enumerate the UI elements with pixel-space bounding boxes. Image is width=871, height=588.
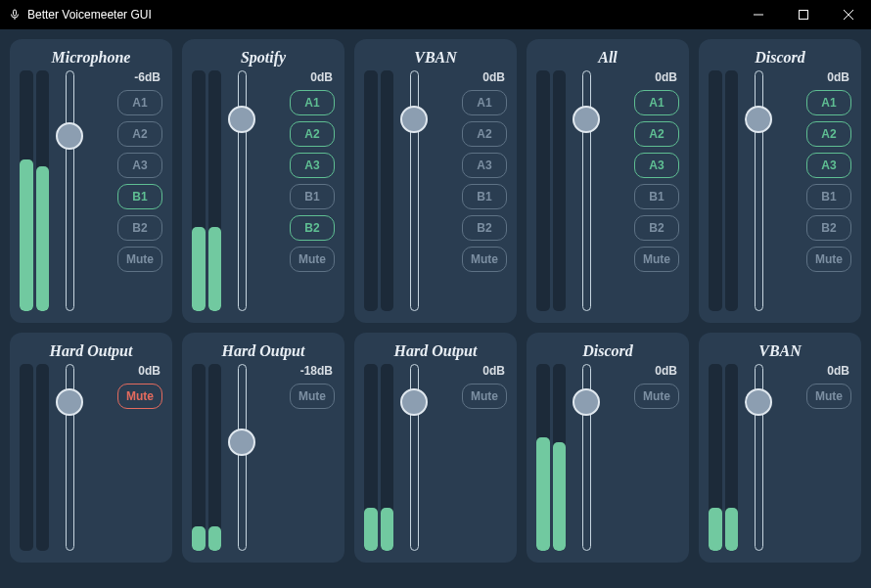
gain-readout: -18dB	[262, 364, 335, 378]
channel-title: Hard Output	[364, 342, 507, 360]
route-b1-button[interactable]: B1	[806, 184, 851, 209]
mute-button[interactable]: Mute	[117, 384, 162, 409]
route-b1-button[interactable]: B1	[462, 184, 507, 209]
route-a2-button[interactable]: A2	[462, 121, 507, 147]
route-a3-button[interactable]: A3	[462, 153, 507, 178]
level-meter	[192, 364, 221, 551]
close-button[interactable]	[826, 0, 871, 29]
gain-readout: 0dB	[262, 70, 335, 84]
channel-grid: Microphone -6dB A1 A2 A3 B1 B2 Mute Spot…	[10, 39, 861, 563]
level-meter	[20, 70, 49, 311]
minimize-button[interactable]	[736, 0, 781, 29]
route-b1-button[interactable]: B1	[634, 184, 679, 209]
output-channel-hard-out-3: Hard Output 0dB Mute	[354, 333, 517, 563]
svg-rect-3	[800, 11, 808, 20]
input-channel-all: All 0dB A1 A2 A3 B1 B2 Mute	[527, 39, 689, 323]
channel-title: VBAN	[709, 342, 851, 360]
gain-readout: 0dB	[779, 364, 851, 378]
channel-title: Hard Output	[20, 342, 162, 360]
mute-button[interactable]: Mute	[290, 384, 335, 409]
gain-slider[interactable]	[572, 364, 601, 551]
gain-slider[interactable]	[744, 364, 773, 551]
channel-title: Spotify	[192, 49, 335, 67]
gain-slider[interactable]	[399, 70, 429, 311]
gain-slider[interactable]	[55, 70, 84, 311]
route-b2-button[interactable]: B2	[290, 215, 335, 241]
gain-slider[interactable]	[572, 70, 601, 311]
level-meter	[20, 364, 49, 551]
level-meter	[364, 70, 393, 311]
level-meter	[364, 364, 393, 551]
titlebar: Better Voicemeeter GUI	[0, 0, 871, 29]
mute-button[interactable]: Mute	[462, 247, 507, 272]
gain-readout: -6dB	[90, 70, 162, 84]
route-b2-button[interactable]: B2	[117, 215, 162, 241]
route-b2-button[interactable]: B2	[806, 215, 851, 241]
channel-title: Discord	[536, 342, 679, 360]
input-channel-discord-in: Discord 0dB A1 A2 A3 B1 B2 Mute	[699, 39, 861, 323]
route-a3-button[interactable]: A3	[806, 153, 851, 178]
gain-slider[interactable]	[744, 70, 773, 311]
channel-title: Hard Output	[192, 342, 335, 360]
route-a1-button[interactable]: A1	[634, 90, 679, 115]
gain-readout: 0dB	[90, 364, 162, 378]
channel-title: All	[536, 49, 679, 67]
mute-button[interactable]: Mute	[117, 247, 162, 272]
level-meter	[536, 70, 566, 311]
gain-slider[interactable]	[227, 364, 256, 551]
maximize-button[interactable]	[781, 0, 826, 29]
route-a2-button[interactable]: A2	[290, 121, 335, 147]
output-channel-hard-out-1: Hard Output 0dB Mute	[10, 333, 172, 563]
output-channel-hard-out-2: Hard Output -18dB Mute	[182, 333, 344, 563]
mute-button[interactable]: Mute	[462, 384, 507, 409]
route-a3-button[interactable]: A3	[117, 153, 162, 178]
mute-button[interactable]: Mute	[290, 247, 335, 272]
channel-title: Discord	[709, 49, 851, 67]
gain-readout: 0dB	[607, 364, 679, 378]
route-b2-button[interactable]: B2	[462, 215, 507, 241]
route-a2-button[interactable]: A2	[806, 121, 851, 147]
output-channel-vban-out: VBAN 0dB Mute	[699, 333, 861, 563]
input-channel-mic: Microphone -6dB A1 A2 A3 B1 B2 Mute	[10, 39, 172, 323]
gain-readout: 0dB	[435, 70, 507, 84]
gain-readout: 0dB	[435, 364, 507, 378]
gain-readout: 0dB	[779, 70, 851, 84]
route-a1-button[interactable]: A1	[117, 90, 162, 115]
mic-icon	[8, 8, 22, 22]
mute-button[interactable]: Mute	[806, 247, 851, 272]
output-channel-discord-out: Discord 0dB Mute	[527, 333, 689, 563]
svg-rect-0	[14, 10, 17, 16]
mute-button[interactable]: Mute	[634, 247, 679, 272]
mute-button[interactable]: Mute	[806, 384, 851, 409]
level-meter	[709, 364, 738, 551]
window-title: Better Voicemeeter GUI	[27, 8, 152, 22]
gain-slider[interactable]	[55, 364, 84, 551]
route-a1-button[interactable]: A1	[462, 90, 507, 115]
route-a2-button[interactable]: A2	[634, 121, 679, 147]
input-channel-vban-in: VBAN 0dB A1 A2 A3 B1 B2 Mute	[354, 39, 517, 323]
input-channel-spotify: Spotify 0dB A1 A2 A3 B1 B2 Mute	[182, 39, 344, 323]
route-b2-button[interactable]: B2	[634, 215, 679, 241]
channel-title: VBAN	[364, 49, 507, 67]
level-meter	[536, 364, 566, 551]
route-b1-button[interactable]: B1	[290, 184, 335, 209]
route-a1-button[interactable]: A1	[290, 90, 335, 115]
channel-title: Microphone	[20, 49, 162, 67]
level-meter	[192, 70, 221, 311]
gain-slider[interactable]	[399, 364, 429, 551]
route-a2-button[interactable]: A2	[117, 121, 162, 147]
gain-slider[interactable]	[227, 70, 256, 311]
route-a3-button[interactable]: A3	[290, 153, 335, 178]
route-a1-button[interactable]: A1	[806, 90, 851, 115]
route-a3-button[interactable]: A3	[634, 153, 679, 178]
route-b1-button[interactable]: B1	[117, 184, 162, 209]
gain-readout: 0dB	[607, 70, 679, 84]
mute-button[interactable]: Mute	[634, 384, 679, 409]
level-meter	[709, 70, 738, 311]
